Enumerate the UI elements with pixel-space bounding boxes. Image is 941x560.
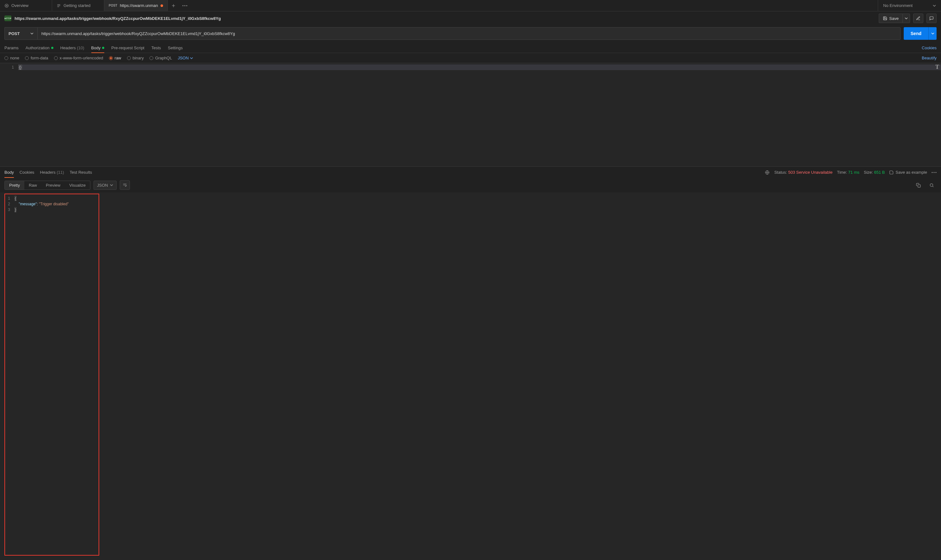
- view-raw[interactable]: Raw: [24, 181, 42, 189]
- save-icon: [889, 170, 893, 175]
- url-input[interactable]: [37, 27, 901, 40]
- response-content[interactable]: { "message": "Trigger disabled" }: [13, 194, 99, 555]
- response-toolbar: Pretty Raw Preview Visualize JSON: [0, 178, 941, 192]
- radio-icon: [54, 56, 58, 60]
- method-value: POST: [9, 31, 20, 36]
- save-as-example-button[interactable]: Save as example: [889, 170, 927, 175]
- method-select[interactable]: POST: [5, 27, 37, 40]
- save-button-group: Save: [879, 14, 910, 23]
- comments-button[interactable]: [926, 14, 936, 23]
- request-body-editor[interactable]: 1 {} T: [0, 63, 941, 166]
- radio-icon: [109, 56, 113, 60]
- radio-icon: [5, 56, 8, 60]
- overview-icon: [5, 3, 9, 8]
- wrap-lines-button[interactable]: [120, 180, 130, 190]
- edit-button[interactable]: [913, 14, 923, 23]
- cookies-link[interactable]: Cookies: [922, 46, 936, 50]
- beautify-link[interactable]: Beautify: [922, 55, 936, 60]
- chevron-down-icon: [933, 4, 936, 7]
- wrap-icon: [123, 183, 127, 187]
- tab-request[interactable]: POST https://swarm.unman: [104, 0, 168, 11]
- svg-point-7: [182, 5, 183, 6]
- radio-none[interactable]: none: [5, 55, 19, 60]
- editor-text: {}: [18, 65, 22, 70]
- response-tabs: Body Cookies Headers (11) Test Results S…: [0, 166, 941, 178]
- copy-response-button[interactable]: [913, 180, 923, 190]
- time-value: 71 ms: [848, 170, 859, 175]
- tab-params[interactable]: Params: [5, 43, 18, 53]
- tab-headers[interactable]: Headers (10): [60, 43, 85, 53]
- radio-form-data[interactable]: form-data: [25, 55, 48, 60]
- request-title: https://swarm.unmand.app/tasks/trigger/w…: [15, 16, 221, 21]
- save-button[interactable]: Save: [879, 14, 902, 23]
- svg-point-12: [933, 172, 934, 173]
- resp-tab-body[interactable]: Body: [5, 167, 14, 178]
- http-badge-icon: HTTP: [5, 15, 11, 21]
- radio-graphql[interactable]: GraphQL: [149, 55, 172, 60]
- radio-raw[interactable]: raw: [109, 55, 121, 60]
- raw-type-select[interactable]: JSON: [177, 55, 193, 60]
- chevron-down-icon: [931, 32, 934, 35]
- chevron-down-icon: [905, 17, 908, 20]
- tab-getting-started-label: Getting started: [63, 3, 90, 8]
- response-meta: Status: 503 Service Unavailable Time: 71…: [765, 170, 936, 175]
- view-preview[interactable]: Preview: [42, 181, 65, 189]
- line-number: 1: [0, 65, 14, 70]
- view-visualize[interactable]: Visualize: [65, 181, 90, 189]
- resp-tab-test-results[interactable]: Test Results: [70, 167, 92, 178]
- svg-point-0: [5, 4, 9, 7]
- view-mode-segment: Pretty Raw Preview Visualize: [5, 181, 90, 190]
- radio-icon: [25, 56, 29, 60]
- send-button-group: Send: [904, 27, 936, 40]
- tab-getting-started[interactable]: Getting started: [52, 0, 104, 11]
- tab-prerequest[interactable]: Pre-request Script: [111, 43, 145, 53]
- send-button[interactable]: Send: [904, 27, 929, 40]
- indicator-dot-icon: [51, 47, 53, 49]
- tab-request-title: https://swarm.unman: [120, 3, 158, 8]
- resp-tab-headers[interactable]: Headers (11): [40, 167, 64, 178]
- response-gutter: 1 2 3: [5, 194, 13, 555]
- radio-urlencoded[interactable]: x-www-form-urlencoded: [54, 55, 103, 60]
- radio-icon: [127, 56, 131, 60]
- comment-icon: [929, 16, 934, 20]
- tab-overview[interactable]: Overview: [0, 0, 52, 11]
- new-tab-button[interactable]: [168, 0, 179, 11]
- text-mode-icon[interactable]: T: [935, 64, 939, 71]
- view-pretty[interactable]: Pretty: [5, 181, 24, 189]
- search-response-button[interactable]: [926, 180, 936, 190]
- environment-label: No Environment: [883, 3, 913, 8]
- send-options-button[interactable]: [929, 27, 936, 40]
- size-value: 651 B: [874, 170, 885, 175]
- environment-select[interactable]: No Environment: [878, 0, 941, 11]
- svg-point-9: [186, 5, 187, 6]
- network-icon[interactable]: [765, 170, 770, 175]
- editor-gutter: 1: [0, 63, 17, 166]
- response-more-button[interactable]: [932, 172, 936, 173]
- chevron-down-icon: [110, 183, 113, 187]
- indicator-dot-icon: [102, 47, 104, 49]
- tab-tests[interactable]: Tests: [151, 43, 161, 53]
- svg-rect-15: [918, 185, 920, 187]
- save-options-button[interactable]: [902, 14, 910, 23]
- svg-point-16: [930, 183, 933, 186]
- request-title-row: HTTP https://swarm.unmand.app/tasks/trig…: [0, 11, 941, 25]
- radio-binary[interactable]: binary: [127, 55, 144, 60]
- tab-authorization[interactable]: Authorization: [26, 43, 53, 53]
- response-format-select[interactable]: JSON: [94, 181, 117, 190]
- resp-tab-cookies[interactable]: Cookies: [20, 167, 34, 178]
- radio-icon: [149, 56, 153, 60]
- plus-icon: [171, 3, 176, 8]
- save-label: Save: [889, 16, 899, 21]
- tab-actions-button[interactable]: [179, 0, 191, 11]
- save-icon: [883, 16, 887, 20]
- tab-settings[interactable]: Settings: [168, 43, 183, 53]
- list-icon: [57, 3, 61, 8]
- copy-icon: [916, 183, 921, 188]
- tab-body[interactable]: Body: [91, 43, 105, 53]
- svg-line-17: [932, 186, 933, 187]
- editor-content[interactable]: {} T: [17, 63, 941, 166]
- chevron-down-icon: [190, 57, 193, 60]
- pencil-icon: [916, 16, 921, 20]
- search-icon: [929, 183, 934, 188]
- request-tabs: Params Authorization Headers (10) Body P…: [0, 43, 941, 53]
